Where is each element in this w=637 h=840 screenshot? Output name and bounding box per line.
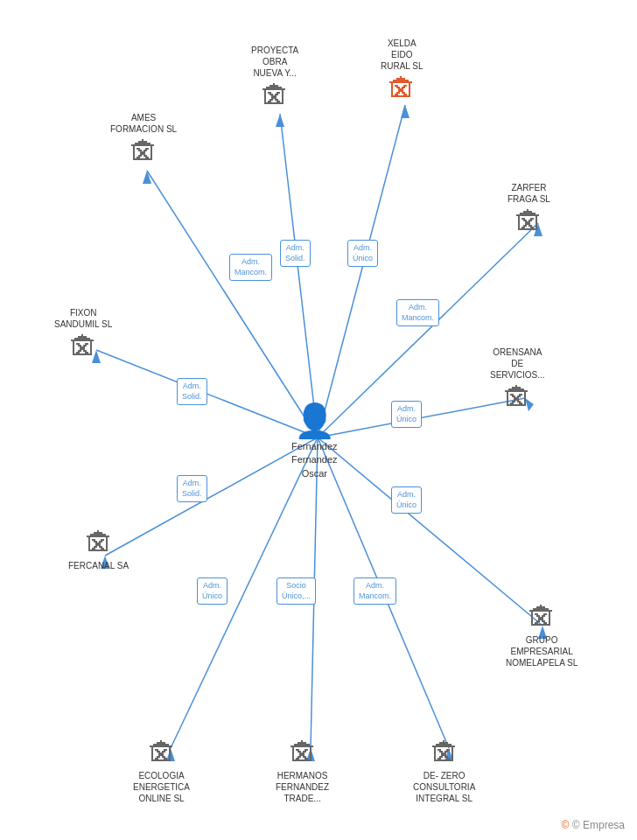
- building-icon-dezero: 🏚: [430, 739, 458, 767]
- label-proyecta: PROYECTAOBRANUEVA Y...: [251, 45, 298, 79]
- node-dezero: 🏚 DE- ZEROCONSULTORIAINTEGRAL SL: [413, 739, 475, 804]
- node-orensana: ORENSANADESERVICIOS... 🏚: [490, 344, 545, 412]
- building-icon-ames: 🏚: [130, 138, 158, 166]
- watermark: © © Empresa: [562, 819, 625, 831]
- svg-line-1: [318, 105, 405, 438]
- building-icon-proyecta: 🏚: [261, 82, 289, 110]
- label-hermanos: HERMANOSFERNANDEZTRADE...: [276, 770, 329, 804]
- label-zarfer: ZARFERFRAGA SL: [508, 182, 550, 205]
- svg-line-0: [280, 114, 318, 438]
- building-icon-grupo: 🏚: [528, 604, 556, 632]
- svg-line-2: [147, 171, 318, 438]
- building-icon-xelda: 🏚: [388, 75, 416, 103]
- label-fercanal: FERCANAL SA: [68, 560, 129, 571]
- svg-marker-11: [276, 114, 284, 127]
- node-zarfer: ZARFERFRAGA SL 🏚: [508, 179, 550, 236]
- label-ames: AMESFORMACION SL: [110, 112, 177, 135]
- badge-adm-unico-1: Adm.Único: [347, 240, 378, 267]
- label-orensana: ORENSANADESERVICIOS...: [490, 346, 545, 381]
- svg-marker-13: [143, 171, 151, 184]
- building-icon-fercanal: 🏚: [85, 529, 113, 557]
- label-xelda: XELDAEIDORURAL SL: [381, 38, 424, 72]
- label-grupo: GRUPOEMPRESARIALNOMELAPELA SL: [506, 634, 578, 668]
- svg-line-6: [105, 438, 318, 556]
- node-ecologia: 🏚 ECOLOGIAENERGETICAONLINE SL: [133, 739, 190, 804]
- building-icon-fixon: 🏚: [69, 333, 97, 361]
- node-fercanal: 🏚 FERCANAL SA: [68, 529, 129, 571]
- label-dezero: DE- ZEROCONSULTORIAINTEGRAL SL: [413, 770, 475, 804]
- building-icon-ecologia: 🏚: [148, 739, 176, 767]
- badge-adm-unico-2: Adm.Único: [391, 401, 422, 428]
- building-icon-zarfer: 🏚: [514, 208, 542, 236]
- badge-adm-mancom-3: Adm.Mancom.: [354, 578, 396, 605]
- node-proyecta: PROYECTAOBRANUEVA Y... 🏚: [251, 42, 298, 110]
- badge-adm-mancom-1: Adm.Mancom.: [229, 254, 272, 281]
- building-icon-orensana: 🏚: [503, 384, 531, 412]
- badge-adm-unico-4: Adm.Único: [197, 578, 228, 605]
- svg-line-7: [318, 438, 542, 626]
- node-hermanos: 🏚 HERMANOSFERNANDEZTRADE...: [276, 739, 329, 804]
- person-icon: 👤: [294, 404, 335, 438]
- badge-adm-mancom-2: Adm.Mancom.: [396, 299, 439, 326]
- center-label: Fernandez Fernandez Oscar: [291, 440, 338, 480]
- node-xelda: XELDAEIDORURAL SL 🏚: [381, 35, 424, 103]
- label-ecologia: ECOLOGIAENERGETICAONLINE SL: [133, 770, 190, 804]
- badge-socio-unico: SocioÚnico,...: [276, 578, 316, 605]
- badge-adm-solid-2: Adm.Solid.: [177, 378, 207, 405]
- main-canvas: 👤 Fernandez Fernandez Oscar PROYECTAOBRA…: [0, 0, 637, 840]
- center-person: 👤 Fernandez Fernandez Oscar: [291, 404, 338, 480]
- node-ames: AMESFORMACION SL 🏚: [110, 109, 177, 166]
- label-fixon: FIXONSANDUMIL SL: [54, 307, 112, 330]
- building-icon-hermanos: 🏚: [289, 739, 317, 767]
- badge-adm-unico-3: Adm.Único: [391, 486, 422, 514]
- node-grupo: 🏚 GRUPOEMPRESARIALNOMELAPELA SL: [506, 604, 578, 668]
- svg-marker-12: [401, 105, 410, 118]
- badge-adm-solid-1: Adm.Solid.: [280, 240, 311, 267]
- node-fixon: FIXONSANDUMIL SL 🏚: [54, 304, 112, 361]
- badge-adm-solid-3: Adm.Solid.: [177, 475, 207, 502]
